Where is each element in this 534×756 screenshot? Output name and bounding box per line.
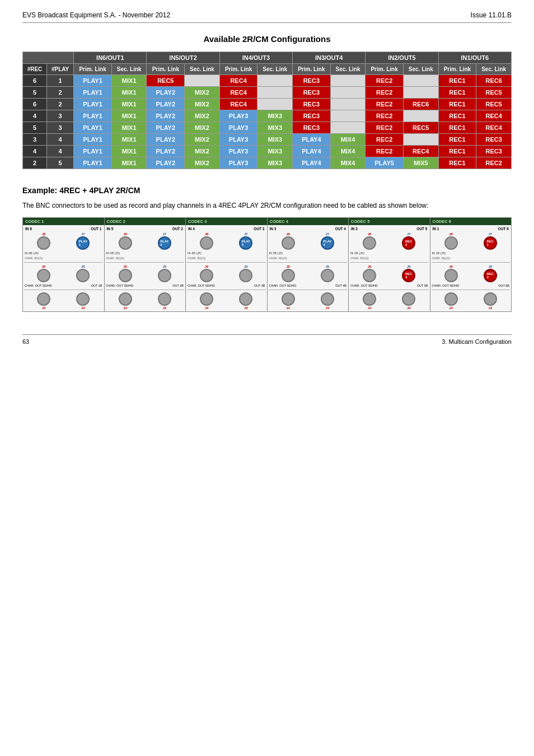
j6-label-4: J6 [286,265,290,268]
j5-label-4: J5 [326,265,330,268]
port-top-left-4: J8 [282,232,295,250]
circle-top-left-2 [119,236,132,250]
j7-label-5: J7 [407,232,411,236]
circle-mid-left-4 [282,269,295,282]
codec-in-label-2: IN 5 [107,227,114,231]
codec-top-row-5: J8J7REC2 [350,232,429,250]
j8-label-4: J8 [286,232,290,236]
table-cell-6-11: REC3 [476,146,512,157]
codec-out-b-4: OUT 4B [335,284,346,287]
table-cell-3-5: MIX3 [257,110,293,122]
table-cell-5-10: REC1 [438,134,476,146]
circle-mid-left-2 [119,269,132,282]
codec-6: CODEC 6IN 1OUT 6J8J7REC1IN 1B (J5)CHAR. … [430,218,512,311]
table-cell-1-6: REC3 [293,87,331,99]
codec-out-label-2: OUT 2 [172,227,183,231]
codec-char-out-3: CHAR. OUT SD/HD [188,284,215,287]
circle-bot-1-1 [76,292,90,306]
table-cell-2-8: REC2 [366,99,404,110]
table-cell-6-7: MIX4 [330,146,366,157]
circle-bot-1-4 [321,292,334,306]
codec-mid-char-5: CHAR. SD(J1) [350,256,369,260]
j6-label-2: J6 [123,265,127,268]
circle-mid-right-6: REC3 [484,269,497,282]
table-cell-1-4: REC4 [219,87,257,99]
codec-3: CODEC 3IN 4OUT 3J8J7PLAY3IN 4B (J5)CHAR.… [186,218,268,311]
port-mid-left-1: J6 [37,265,50,282]
table-cell-4-8: REC2 [366,122,404,134]
table-cell-2-10: REC1 [438,99,476,110]
table-cell-0-4: REC4 [219,75,257,87]
table-cell-3-9 [403,110,438,122]
in6-prim-header: Prim. Link [74,64,112,75]
j6-label-6: J6 [449,265,453,268]
j5-label-2: J5 [163,265,167,268]
codec-out-label-6: OUT 6 [498,227,509,231]
circle-top-left-5 [363,236,376,250]
jbot-1-5: J3 [407,306,411,310]
table-cell-3-10: REC1 [438,110,476,122]
table-row-play-4: 3 [46,122,73,134]
jbot-0-1: J4 [42,306,46,310]
table-cell-5-3: MIX2 [185,134,220,146]
codec-bot-row-2: J4J3 [106,292,185,310]
codec-header-6: CODEC 6 [430,218,512,225]
circle-top-left-6 [444,236,458,250]
port-bot-1-1: J3 [76,292,90,310]
circle-bot-1-6 [484,292,497,306]
in1-prim-header: Prim. Link [438,64,476,75]
circle-mid-right-2 [158,269,171,282]
codec-in-label-4: IN 3 [270,227,277,231]
codec-bot-row-1: J4J3 [24,292,103,310]
codec-mid-row-5: J6J5REC4 [350,265,429,282]
table-cell-3-11: REC4 [476,110,512,122]
jbot-1-2: J3 [163,306,167,310]
circle-bot-1-5 [402,292,415,306]
codec-mid-in-3: IN 4B (J5) [188,251,202,255]
table-cell-7-3: MIX2 [185,157,220,169]
table-cell-6-0: PLAY1 [74,146,112,157]
config-table: IN6/OUT1 IN5/OUT2 IN4/OUT3 IN3/OUT4 IN2/… [22,52,512,169]
table-cell-5-2: PLAY2 [147,134,185,146]
codec-out-label-1: OUT 1 [91,227,101,231]
footer-page-number: 63 [22,338,29,345]
col-header-in6out1: IN6/OUT1 [74,52,147,64]
table-cell-6-5: MIX3 [257,146,293,157]
table-row-rec-0: 6 [23,75,47,87]
j7-label-1: J7 [81,232,85,236]
port-bot-0-5: J4 [363,292,376,310]
codec-top-row-3: J8J7PLAY3 [187,232,266,250]
table-cell-2-5 [257,99,293,110]
codec-body-3: IN 4OUT 3J8J7PLAY3IN 4B (J5)CHAR. SD(J1)… [186,225,267,311]
jbot-1-4: J3 [326,306,330,310]
table-cell-5-1: MIX1 [111,134,147,146]
table-cell-5-7: MIX4 [330,134,366,146]
jbot-0-5: J4 [368,306,372,310]
j5-label-3: J5 [244,265,248,268]
table-cell-4-1: MIX1 [111,122,147,134]
table-cell-7-2: PLAY2 [147,157,185,169]
codec-char-out-1: CHAR. OUT SD/HD [25,284,52,287]
codec-mid-in-6: IN 1B (J5) [432,251,446,255]
port-mid-left-3: J6 [200,265,213,282]
table-cell-5-5: MIX3 [257,134,293,146]
table-cell-3-8: REC2 [366,110,404,122]
table-cell-0-3 [185,75,220,87]
table-cell-5-9 [403,134,438,146]
circle-mid-right-3 [239,269,252,282]
codec-mid-in-2: IN 5B (J5) [106,251,120,255]
codec-mid-char-1: CHAR. SD(J1) [25,256,43,260]
table-row-play-1: 2 [46,87,73,99]
port-bot-1-2: J3 [158,292,171,310]
table-cell-4-10: REC1 [438,122,476,134]
codec-mid-row-1: J6J5 [24,265,103,282]
page-footer: 63 3. Multicam Configuration [22,334,512,345]
table-cell-0-0: PLAY1 [74,75,112,87]
circle-bot-0-4 [282,292,295,306]
table-cell-5-4: PLAY3 [219,134,257,146]
codec-out-b-1: OUT 1B [91,284,102,287]
table-cell-6-3: MIX2 [185,146,220,157]
table-cell-0-10: REC1 [438,75,476,87]
codec-char-out-5: CHAR. OUT SD/HD [350,284,378,287]
codec-header-3: CODEC 3 [186,218,267,225]
